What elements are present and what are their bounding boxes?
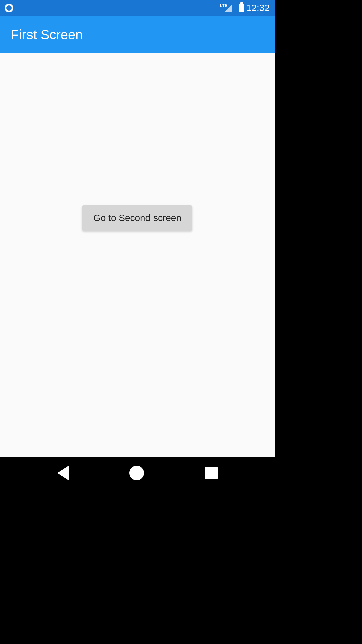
back-icon[interactable] (57, 466, 69, 480)
navigation-bar (0, 457, 275, 489)
home-icon[interactable] (129, 466, 144, 480)
app-bar: First Screen (0, 16, 275, 53)
status-left (5, 4, 13, 12)
status-bar: LTE 12:32 (0, 0, 275, 16)
status-right: LTE 12:32 (220, 3, 270, 13)
signal-icon (225, 4, 232, 12)
go-to-second-screen-button[interactable]: Go to Second screen (82, 205, 192, 231)
content-area: Go to Second screen (0, 53, 275, 457)
activity-indicator-icon (5, 4, 13, 12)
app-title: First Screen (11, 27, 83, 42)
screen-container: LTE 12:32 First Screen Go to Second scre… (0, 0, 275, 489)
battery-icon (239, 4, 244, 12)
recent-apps-icon[interactable] (205, 467, 218, 479)
clock-label: 12:32 (246, 3, 270, 13)
